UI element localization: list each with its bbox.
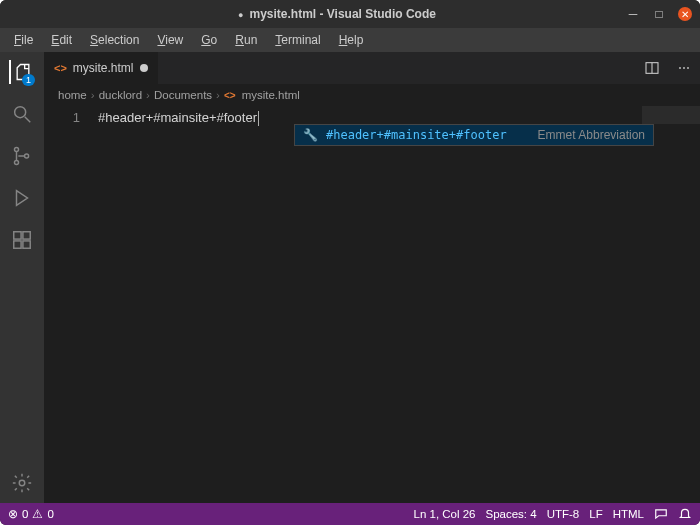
menu-edit[interactable]: Edit <box>43 31 80 49</box>
svg-marker-5 <box>17 191 28 206</box>
window-title: mysite.html - Visual Studio Code <box>48 7 626 21</box>
svg-point-0 <box>15 107 26 118</box>
extensions-icon[interactable] <box>10 228 34 252</box>
titlebar: mysite.html - Visual Studio Code ─ □ ✕ <box>0 0 700 28</box>
svg-rect-8 <box>23 241 30 248</box>
explorer-badge: 1 <box>22 74 35 86</box>
chevron-right-icon: › <box>91 89 95 101</box>
suggest-kind: Emmet Abbreviation <box>538 128 645 142</box>
caret-icon <box>258 111 259 126</box>
activity-bar: 1 <box>0 52 44 503</box>
error-icon: ⊗ <box>8 507 18 521</box>
menu-help[interactable]: Help <box>331 31 372 49</box>
vscode-window: mysite.html - Visual Studio Code ─ □ ✕ F… <box>0 0 700 525</box>
settings-gear-icon[interactable] <box>10 471 34 495</box>
tab-bar: <> mysite.html ⋯ <box>44 52 700 84</box>
run-debug-icon[interactable] <box>10 186 34 210</box>
crumb-documents[interactable]: Documents <box>154 89 212 101</box>
text-editor[interactable]: 1 #header+#mainsite+#footer 🔧 #header+#m… <box>44 106 700 503</box>
svg-point-3 <box>14 160 18 164</box>
warning-icon: ⚠ <box>32 507 43 521</box>
menu-terminal[interactable]: Terminal <box>267 31 328 49</box>
status-cursor[interactable]: Ln 1, Col 26 <box>414 508 476 520</box>
svg-point-10 <box>19 480 25 486</box>
search-icon[interactable] <box>10 102 34 126</box>
svg-point-4 <box>25 154 29 158</box>
feedback-icon[interactable] <box>654 507 668 521</box>
svg-rect-6 <box>14 232 21 239</box>
tab-label: mysite.html <box>73 61 134 75</box>
minimize-button[interactable]: ─ <box>626 7 640 21</box>
chevron-right-icon: › <box>146 89 150 101</box>
status-eol[interactable]: LF <box>589 508 602 520</box>
crumb-home[interactable]: home <box>58 89 87 101</box>
menu-go[interactable]: Go <box>193 31 225 49</box>
line-number: 1 <box>44 110 80 125</box>
close-button[interactable]: ✕ <box>678 7 692 21</box>
bell-icon[interactable] <box>678 507 692 521</box>
chevron-right-icon: › <box>216 89 220 101</box>
code-area[interactable]: #header+#mainsite+#footer 🔧 #header+#mai… <box>98 106 700 503</box>
html-file-icon: <> <box>54 62 67 74</box>
breadcrumbs[interactable]: home › ducklord › Documents › <> mysite.… <box>44 84 700 106</box>
suggest-item[interactable]: 🔧 #header+#mainsite+#footer Emmet Abbrev… <box>295 125 653 145</box>
menu-run[interactable]: Run <box>227 31 265 49</box>
svg-line-1 <box>25 117 31 123</box>
suggest-match: #header+#mainsite+#footer <box>326 128 507 142</box>
tab-mysite[interactable]: <> mysite.html <box>44 52 159 84</box>
html-file-icon: <> <box>224 90 236 101</box>
maximize-button[interactable]: □ <box>652 7 666 21</box>
more-actions-icon[interactable]: ⋯ <box>668 52 700 84</box>
source-control-icon[interactable] <box>10 144 34 168</box>
status-encoding[interactable]: UTF-8 <box>547 508 580 520</box>
crumb-file[interactable]: mysite.html <box>242 89 300 101</box>
line-gutter: 1 <box>44 106 98 503</box>
status-problems[interactable]: ⊗0 ⚠0 <box>8 507 54 521</box>
editor-group: <> mysite.html ⋯ home › ducklord › Docum… <box>44 52 700 503</box>
menu-view[interactable]: View <box>149 31 191 49</box>
menubar: File Edit Selection View Go Run Terminal… <box>0 28 700 52</box>
status-bar: ⊗0 ⚠0 Ln 1, Col 26 Spaces: 4 UTF-8 LF HT… <box>0 503 700 525</box>
svg-point-2 <box>14 148 18 152</box>
svg-rect-7 <box>14 241 21 248</box>
status-language[interactable]: HTML <box>613 508 644 520</box>
status-indent[interactable]: Spaces: 4 <box>486 508 537 520</box>
wrench-icon: 🔧 <box>303 128 318 142</box>
split-editor-icon[interactable] <box>636 52 668 84</box>
code-text: #header+#mainsite+#footer <box>98 110 257 125</box>
crumb-user[interactable]: ducklord <box>99 89 142 101</box>
minimap[interactable] <box>642 106 700 124</box>
menu-selection[interactable]: Selection <box>82 31 147 49</box>
tab-modified-dot-icon <box>140 64 148 72</box>
suggest-widget[interactable]: 🔧 #header+#mainsite+#footer Emmet Abbrev… <box>294 124 654 146</box>
svg-rect-9 <box>23 232 30 239</box>
explorer-icon[interactable]: 1 <box>9 60 33 84</box>
menu-file[interactable]: File <box>6 31 41 49</box>
